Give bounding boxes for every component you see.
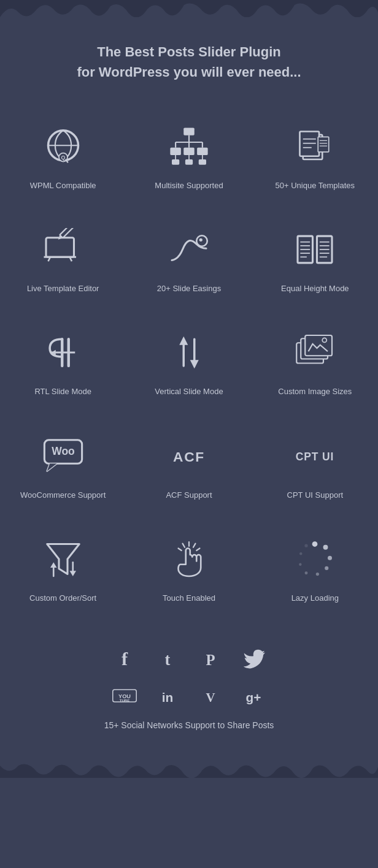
easings-icon: [164, 225, 214, 274]
svg-point-73: [323, 545, 328, 550]
svg-rect-29: [46, 238, 74, 257]
woocommerce-icon: Woo: [39, 432, 88, 481]
svg-point-80: [305, 544, 308, 547]
feature-wpml-label: WPML Compatible: [30, 180, 96, 191]
svg-point-72: [312, 541, 318, 547]
twitter-icon[interactable]: [241, 647, 266, 671]
feature-acf: ACF ACF Support: [126, 416, 252, 519]
feature-equal-height-label: Equal Height Mode: [281, 283, 349, 294]
svg-point-76: [316, 573, 319, 576]
feature-custom-image: Custom Image Sizes: [252, 313, 378, 416]
svg-rect-18: [185, 159, 193, 165]
header-title: The Best Posts Slider Plugin for WordPre…: [12, 42, 366, 82]
feature-easings-label: 20+ Slide Easings: [157, 283, 221, 294]
touch-icon: [164, 535, 214, 584]
header: The Best Posts Slider Plugin for WordPre…: [0, 17, 378, 101]
live-template-icon: [39, 225, 88, 274]
svg-rect-57: [306, 335, 333, 356]
svg-line-71: [178, 548, 181, 550]
feature-templates-label: 50+ Unique Templates: [276, 180, 355, 191]
rtl-icon: [39, 328, 88, 377]
social-section: f t P YOU TUBE: [0, 628, 378, 761]
youtube-icon[interactable]: YOU TUBE: [112, 683, 137, 708]
svg-text:TUBE: TUBE: [120, 698, 130, 702]
feature-live-template: Live Template Editor: [0, 210, 126, 313]
svg-text:CPT UI: CPT UI: [296, 451, 334, 463]
feature-woocommerce-label: WooCommerce Support: [20, 490, 106, 501]
wave-top: [0, 0, 378, 17]
svg-text:P: P: [206, 651, 215, 668]
feature-multisite: Multisite Supported: [126, 107, 252, 210]
svg-point-78: [299, 563, 302, 565]
feature-cpt-ui: CPT UI CPT UI Support: [252, 416, 378, 519]
pinterest-icon[interactable]: P: [198, 647, 223, 671]
svg-rect-11: [170, 148, 181, 155]
custom-image-icon: [290, 328, 339, 377]
svg-rect-25: [318, 137, 330, 152]
facebook-icon[interactable]: f: [112, 647, 137, 671]
svg-rect-5: [183, 128, 195, 135]
wave-bottom: [0, 761, 378, 778]
svg-text:g+: g+: [246, 690, 261, 704]
social-row-1: f t P: [12, 647, 366, 671]
feature-acf-label: ACF Support: [166, 490, 212, 501]
svg-rect-33: [60, 228, 73, 238]
googleplus-icon[interactable]: g+: [241, 683, 266, 708]
feature-live-template-label: Live Template Editor: [27, 283, 99, 294]
feature-easings: 20+ Slide Easings: [126, 210, 252, 313]
svg-line-68: [193, 543, 196, 547]
svg-text:V: V: [206, 690, 215, 704]
linkedin-icon[interactable]: in: [155, 683, 180, 708]
feature-custom-order: Custom Order/Sort: [0, 519, 126, 622]
svg-text:in: in: [162, 690, 174, 704]
svg-marker-66: [69, 571, 76, 576]
feature-woocommerce: Woo WooCommerce Support: [0, 416, 126, 519]
svg-text:ACF: ACF: [173, 448, 205, 464]
multisite-icon: [164, 122, 214, 171]
acf-icon: ACF: [164, 432, 214, 481]
social-row-2: YOU TUBE in V g+: [12, 683, 366, 708]
feature-wpml: Q WPML Compatible: [0, 107, 126, 210]
svg-line-69: [196, 548, 199, 550]
svg-text:Woo: Woo: [52, 445, 75, 457]
feature-vertical-label: Vertical Slide Mode: [155, 386, 223, 397]
svg-marker-52: [179, 337, 188, 345]
custom-order-icon: [39, 535, 88, 584]
feature-rtl: RTL Slide Mode: [0, 313, 126, 416]
svg-point-74: [328, 556, 332, 560]
svg-marker-54: [190, 360, 199, 369]
svg-marker-64: [50, 562, 57, 568]
svg-rect-17: [172, 159, 179, 165]
svg-rect-12: [183, 148, 195, 155]
feature-custom-image-label: Custom Image Sizes: [278, 386, 352, 397]
feature-lazy-label: Lazy Loading: [291, 593, 339, 604]
feature-rtl-label: RTL Slide Mode: [34, 386, 91, 397]
feature-lazy: Lazy Loading: [252, 519, 378, 622]
svg-text:Q: Q: [61, 154, 65, 161]
feature-cpt-ui-label: CPT UI Support: [287, 490, 344, 501]
svg-point-36: [199, 238, 202, 242]
svg-line-70: [182, 543, 185, 547]
feature-touch-label: Touch Enabled: [163, 593, 215, 604]
feature-templates: 50+ Unique Templates: [252, 107, 378, 210]
features-grid: Q WPML Compatible: [0, 101, 378, 628]
vertical-icon: [164, 328, 214, 377]
vimeo-icon[interactable]: V: [198, 683, 223, 708]
feature-multisite-label: Multisite Supported: [155, 180, 223, 191]
equal-height-icon: [290, 225, 339, 274]
tumblr-icon[interactable]: t: [155, 647, 180, 671]
templates-icon: [290, 122, 339, 171]
svg-text:t: t: [165, 650, 171, 668]
svg-point-75: [325, 566, 329, 570]
feature-touch: Touch Enabled: [126, 519, 252, 622]
svg-point-79: [299, 552, 302, 555]
feature-custom-order-label: Custom Order/Sort: [29, 593, 96, 604]
lazy-icon: [290, 535, 339, 584]
svg-rect-13: [197, 148, 208, 155]
social-caption: 15+ Social Networks Support to Share Pos…: [12, 720, 366, 748]
feature-vertical: Vertical Slide Mode: [126, 313, 252, 416]
feature-equal-height: Equal Height Mode: [252, 210, 378, 313]
svg-point-77: [305, 571, 308, 574]
svg-rect-19: [199, 159, 206, 165]
wpml-icon: Q: [39, 122, 88, 171]
